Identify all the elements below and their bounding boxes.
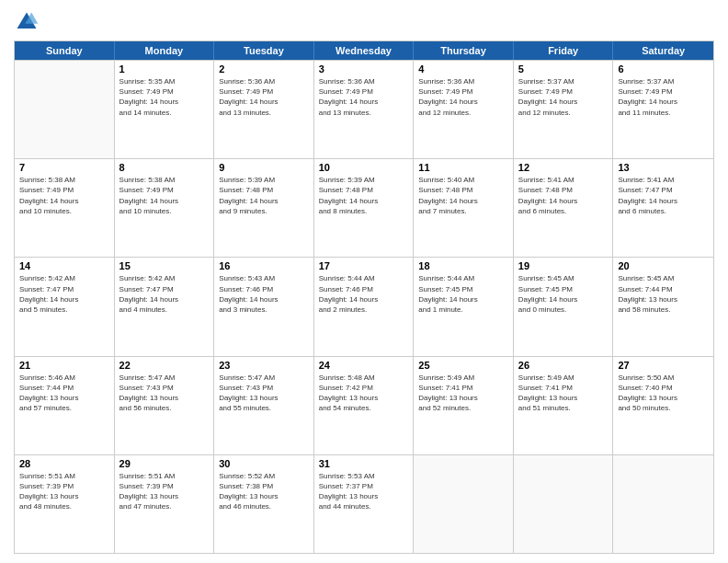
cell-line: Sunset: 7:49 PM — [618, 86, 709, 97]
calendar-header-row: SundayMondayTuesdayWednesdayThursdayFrid… — [15, 41, 713, 60]
day-number: 11 — [418, 162, 508, 173]
cell-line: Sunrise: 5:45 AM — [618, 273, 709, 283]
cal-cell — [15, 61, 115, 158]
cell-line: Sunrise: 5:44 AM — [418, 273, 508, 283]
cell-line: Sunrise: 5:41 AM — [618, 175, 709, 185]
day-number: 27 — [618, 360, 709, 371]
cell-line: Sunset: 7:41 PM — [418, 383, 508, 393]
day-number: 4 — [418, 63, 508, 75]
cell-line: Sunset: 7:42 PM — [319, 383, 409, 393]
cal-cell: 15Sunrise: 5:42 AMSunset: 7:47 PMDayligh… — [115, 258, 215, 355]
cal-week-2: 7Sunrise: 5:38 AMSunset: 7:49 PMDaylight… — [15, 158, 713, 257]
cell-line: Daylight: 14 hours — [319, 196, 409, 206]
cell-line: and 57 minutes. — [19, 403, 109, 413]
day-number: 30 — [219, 458, 309, 469]
cell-line: Sunrise: 5:51 AM — [119, 471, 210, 481]
cell-line: Sunrise: 5:43 AM — [219, 273, 309, 283]
cell-line: and 48 minutes. — [19, 501, 109, 511]
cell-line: and 10 minutes. — [119, 206, 210, 216]
cal-cell: 1Sunrise: 5:35 AMSunset: 7:49 PMDaylight… — [115, 61, 215, 158]
cell-line: Sunset: 7:39 PM — [19, 481, 109, 491]
cell-line: Sunrise: 5:39 AM — [219, 175, 309, 185]
cell-line: Sunrise: 5:39 AM — [319, 175, 409, 185]
cell-line: Sunrise: 5:49 AM — [418, 373, 508, 383]
cell-line: Daylight: 14 hours — [618, 196, 709, 206]
cell-line: Daylight: 13 hours — [19, 393, 109, 403]
cal-cell: 26Sunrise: 5:49 AMSunset: 7:41 PMDayligh… — [514, 357, 614, 454]
cell-line: Sunset: 7:44 PM — [618, 284, 709, 294]
day-number: 6 — [618, 63, 709, 75]
cell-line: and 52 minutes. — [418, 403, 508, 413]
day-number: 3 — [319, 63, 409, 75]
cal-cell: 20Sunrise: 5:45 AMSunset: 7:44 PMDayligh… — [613, 258, 713, 355]
cal-header-monday: Monday — [115, 41, 215, 60]
cell-line: Sunrise: 5:37 AM — [518, 76, 609, 86]
cell-line: Daylight: 13 hours — [119, 491, 210, 501]
day-number: 29 — [119, 458, 210, 469]
cell-line: and 8 minutes. — [319, 206, 409, 216]
cell-line: Sunset: 7:40 PM — [618, 383, 709, 393]
cell-line: Sunrise: 5:42 AM — [119, 273, 210, 283]
header — [14, 9, 714, 35]
day-number: 10 — [319, 162, 409, 173]
cell-line: Sunrise: 5:51 AM — [19, 471, 109, 481]
cal-cell: 7Sunrise: 5:38 AMSunset: 7:49 PMDaylight… — [15, 159, 115, 257]
cell-line: and 3 minutes. — [219, 304, 309, 315]
cell-line: Daylight: 14 hours — [618, 97, 709, 107]
cal-cell: 21Sunrise: 5:46 AMSunset: 7:44 PMDayligh… — [15, 357, 115, 454]
cell-line: Sunset: 7:49 PM — [19, 185, 109, 195]
cell-line: Sunrise: 5:42 AM — [19, 273, 109, 283]
cell-line: Daylight: 14 hours — [319, 294, 409, 304]
cell-line: and 50 minutes. — [618, 403, 709, 413]
cell-line: Sunset: 7:41 PM — [518, 383, 609, 393]
day-number: 13 — [618, 162, 709, 173]
cell-line: Daylight: 13 hours — [418, 393, 508, 403]
day-number: 7 — [19, 162, 109, 173]
cal-cell: 22Sunrise: 5:47 AMSunset: 7:43 PMDayligh… — [115, 357, 215, 454]
cell-line: Daylight: 14 hours — [119, 294, 210, 304]
cell-line: Sunset: 7:37 PM — [319, 481, 409, 491]
cell-line: Sunrise: 5:44 AM — [319, 273, 409, 283]
cell-line: Daylight: 14 hours — [19, 294, 109, 304]
cal-cell: 3Sunrise: 5:36 AMSunset: 7:49 PMDaylight… — [314, 61, 415, 158]
cal-header-sunday: Sunday — [15, 41, 115, 60]
cell-line: Sunrise: 5:48 AM — [319, 373, 409, 383]
day-number: 28 — [19, 458, 109, 469]
cell-line: and 56 minutes. — [119, 403, 210, 413]
cell-line: and 46 minutes. — [219, 501, 309, 511]
day-number: 21 — [19, 360, 109, 371]
cell-line: and 13 minutes. — [219, 108, 309, 118]
day-number: 12 — [518, 162, 609, 173]
cell-line: Sunset: 7:38 PM — [219, 481, 309, 491]
cal-cell: 17Sunrise: 5:44 AMSunset: 7:46 PMDayligh… — [314, 258, 415, 355]
cell-line: Sunset: 7:48 PM — [319, 185, 409, 195]
cal-header-wednesday: Wednesday — [314, 41, 415, 60]
cell-line: Daylight: 13 hours — [618, 294, 709, 304]
cal-cell: 19Sunrise: 5:45 AMSunset: 7:45 PMDayligh… — [514, 258, 614, 355]
cal-week-3: 14Sunrise: 5:42 AMSunset: 7:47 PMDayligh… — [15, 257, 713, 355]
cal-cell: 16Sunrise: 5:43 AMSunset: 7:46 PMDayligh… — [214, 258, 314, 355]
cal-cell: 12Sunrise: 5:41 AMSunset: 7:48 PMDayligh… — [514, 159, 614, 257]
cal-cell: 28Sunrise: 5:51 AMSunset: 7:39 PMDayligh… — [15, 455, 115, 553]
day-number: 8 — [119, 162, 210, 173]
cell-line: and 4 minutes. — [119, 304, 210, 315]
cell-line: Sunrise: 5:45 AM — [518, 273, 609, 283]
day-number: 20 — [618, 260, 709, 271]
cal-week-4: 21Sunrise: 5:46 AMSunset: 7:44 PMDayligh… — [15, 356, 713, 454]
cal-cell — [613, 455, 713, 553]
cell-line: Daylight: 13 hours — [319, 393, 409, 403]
cell-line: and 10 minutes. — [19, 206, 109, 216]
cal-cell: 25Sunrise: 5:49 AMSunset: 7:41 PMDayligh… — [414, 357, 514, 454]
cell-line: Daylight: 14 hours — [219, 97, 309, 107]
cell-line: Sunset: 7:49 PM — [319, 86, 409, 97]
cell-line: and 14 minutes. — [119, 108, 210, 118]
cal-header-saturday: Saturday — [613, 41, 713, 60]
cell-line: Daylight: 14 hours — [518, 97, 609, 107]
day-number: 14 — [19, 260, 109, 271]
cell-line: Daylight: 13 hours — [319, 491, 409, 501]
cell-line: Sunset: 7:47 PM — [618, 185, 709, 195]
cell-line: Sunset: 7:48 PM — [418, 185, 508, 195]
cell-line: Sunset: 7:48 PM — [518, 185, 609, 195]
cell-line: Daylight: 14 hours — [518, 294, 609, 304]
cell-line: Sunrise: 5:40 AM — [418, 175, 508, 185]
